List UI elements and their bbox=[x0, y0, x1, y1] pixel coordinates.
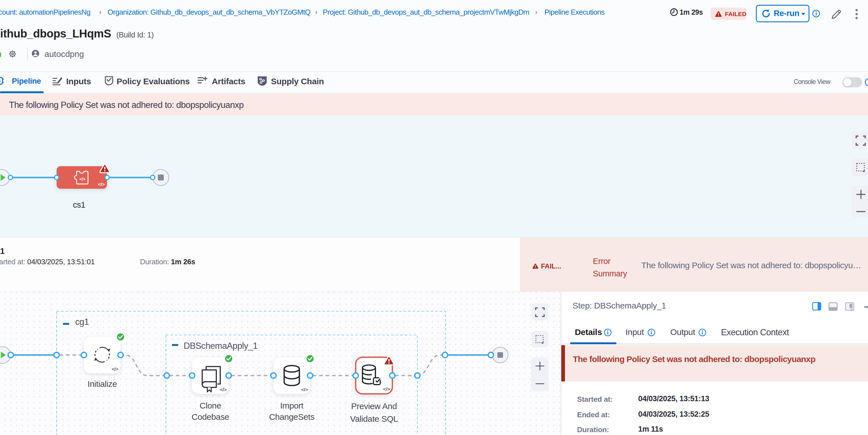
svg-text:Codebase: Codebase bbox=[191, 412, 229, 422]
svg-text:</>: </> bbox=[112, 367, 119, 372]
svg-text:cg1: cg1 bbox=[75, 317, 89, 327]
svg-text:ChangeSets: ChangeSets bbox=[269, 412, 314, 422]
svg-text:Preview And: Preview And bbox=[351, 401, 397, 411]
svg-text:</>: </> bbox=[220, 387, 227, 393]
svg-text:</>: </> bbox=[383, 386, 390, 392]
svg-text:Initialize: Initialize bbox=[88, 379, 117, 389]
svg-text:Import: Import bbox=[280, 401, 304, 410]
svg-text:DBSchemaApply_1: DBSchemaApply_1 bbox=[184, 341, 258, 351]
svg-text:Clone: Clone bbox=[200, 401, 221, 410]
svg-text:cs1: cs1 bbox=[73, 200, 85, 209]
svg-text:</>: </> bbox=[80, 177, 86, 181]
svg-text:</>: </> bbox=[98, 182, 105, 187]
svg-text:</>: </> bbox=[301, 387, 308, 393]
svg-text:Validate SQL: Validate SQL bbox=[350, 414, 398, 424]
